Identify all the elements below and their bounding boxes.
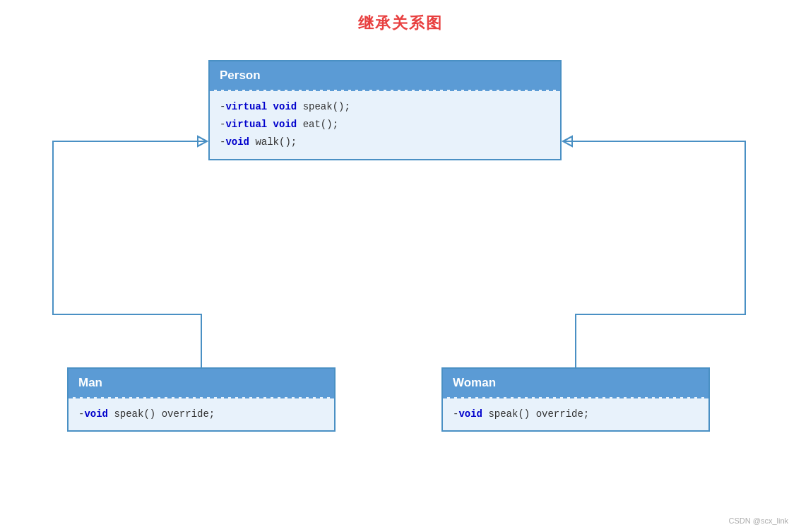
person-class: Person -virtual void speak(); -virtual v… xyxy=(208,60,562,160)
person-class-header: Person xyxy=(210,61,560,90)
woman-class-body: -void speak() override; xyxy=(443,397,708,430)
person-method-1: -virtual void speak(); xyxy=(220,98,550,116)
woman-class: Woman -void speak() override; xyxy=(441,367,710,432)
woman-person-arrow xyxy=(563,136,572,146)
person-method-2: -virtual void eat(); xyxy=(220,116,550,134)
woman-method-1: -void speak() override; xyxy=(453,406,699,423)
person-method-3: -void walk(); xyxy=(220,134,550,151)
man-class-name: Man xyxy=(78,376,102,389)
man-class-body: -void speak() override; xyxy=(69,397,334,430)
person-class-body: -virtual void speak(); -virtual void eat… xyxy=(210,90,560,159)
man-class: Man -void speak() override; xyxy=(67,367,336,432)
man-method-1: -void speak() override; xyxy=(78,406,324,423)
woman-class-header: Woman xyxy=(443,369,708,397)
woman-person-line xyxy=(563,141,745,367)
man-person-arrow xyxy=(198,136,207,146)
man-person-line xyxy=(53,141,207,367)
woman-class-name: Woman xyxy=(453,376,496,389)
page-title: 继承关系图 xyxy=(0,0,801,34)
person-class-name: Person xyxy=(220,69,261,82)
man-class-header: Man xyxy=(69,369,334,397)
watermark: CSDN @scx_link xyxy=(728,516,788,525)
